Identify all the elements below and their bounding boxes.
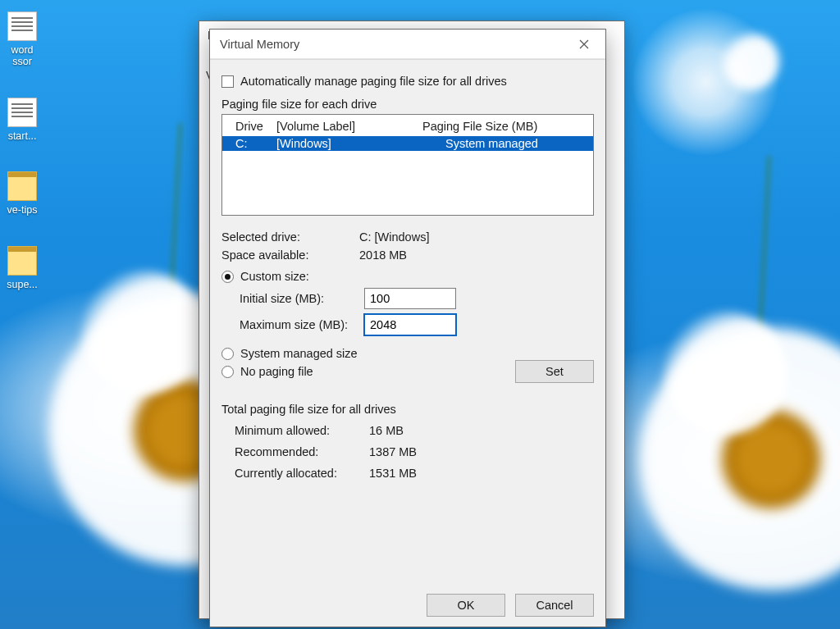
drive-row[interactable]: C: [Windows] System managed bbox=[222, 136, 593, 151]
no-paging-label: No paging file bbox=[240, 365, 313, 378]
system-managed-radio[interactable] bbox=[221, 348, 234, 360]
desktop-icons: wordssor start... ve-tips supe... bbox=[0, 8, 44, 290]
virtual-memory-dialog: Virtual Memory Automatically manage pagi… bbox=[209, 29, 606, 627]
desktop-icon[interactable]: start... bbox=[0, 98, 44, 142]
auto-manage-label: Automatically manage paging file size fo… bbox=[240, 75, 507, 88]
col-drive: Drive bbox=[235, 120, 276, 133]
desktop-icon[interactable]: supe... bbox=[0, 246, 44, 290]
icon-label: start... bbox=[8, 130, 37, 142]
min-allowed-value: 16 MB bbox=[369, 424, 594, 437]
system-managed-label: System managed size bbox=[240, 347, 358, 360]
desktop-icon[interactable]: wordssor bbox=[0, 11, 44, 68]
currently-allocated-value: 1531 MB bbox=[369, 467, 594, 480]
desktop-icon[interactable]: ve-tips bbox=[0, 171, 44, 216]
set-button[interactable]: Set bbox=[515, 360, 594, 383]
icon-label: ve-tips bbox=[7, 204, 38, 216]
icon-label: word bbox=[11, 44, 33, 56]
maximum-size-label: Maximum size (MB): bbox=[240, 318, 354, 331]
section-label: Paging file size for each drive bbox=[221, 98, 594, 111]
recommended-value: 1387 MB bbox=[369, 445, 594, 458]
space-available-label: Space available: bbox=[221, 248, 359, 262]
dialog-titlebar[interactable]: Virtual Memory bbox=[210, 30, 605, 59]
totals-header: Total paging file size for all drives bbox=[221, 403, 594, 416]
drive-pfsize: System managed bbox=[422, 137, 587, 150]
folder-icon bbox=[7, 171, 37, 201]
drive-list[interactable]: Drive [Volume Label] Paging File Size (M… bbox=[221, 114, 594, 216]
drive-volume: [Windows] bbox=[276, 137, 422, 150]
min-allowed-label: Minimum allowed: bbox=[235, 424, 369, 437]
dialog-title: Virtual Memory bbox=[220, 38, 299, 51]
no-paging-radio[interactable] bbox=[221, 366, 234, 378]
cancel-button[interactable]: Cancel bbox=[515, 594, 594, 617]
maximum-size-input[interactable] bbox=[364, 314, 456, 335]
folder-icon bbox=[7, 246, 37, 276]
selected-drive-value: C: [Windows] bbox=[359, 230, 594, 244]
auto-manage-checkbox[interactable] bbox=[221, 75, 234, 88]
selected-drive-label: Selected drive: bbox=[221, 230, 359, 244]
custom-size-radio[interactable] bbox=[221, 271, 234, 283]
drive-letter: C: bbox=[235, 137, 276, 150]
initial-size-input[interactable] bbox=[364, 288, 456, 309]
custom-size-label: Custom size: bbox=[240, 270, 309, 283]
close-icon bbox=[579, 39, 589, 49]
initial-size-label: Initial size (MB): bbox=[240, 292, 354, 305]
ok-button[interactable]: OK bbox=[427, 594, 505, 617]
file-icon bbox=[7, 98, 37, 127]
col-size: Paging File Size (MB) bbox=[422, 120, 587, 133]
col-volume: [Volume Label] bbox=[276, 120, 422, 133]
currently-allocated-label: Currently allocated: bbox=[235, 467, 369, 480]
space-available-value: 2018 MB bbox=[359, 248, 594, 262]
recommended-label: Recommended: bbox=[235, 445, 369, 458]
icon-label: supe... bbox=[7, 279, 38, 290]
file-icon bbox=[7, 11, 37, 41]
close-button[interactable] bbox=[568, 33, 600, 56]
